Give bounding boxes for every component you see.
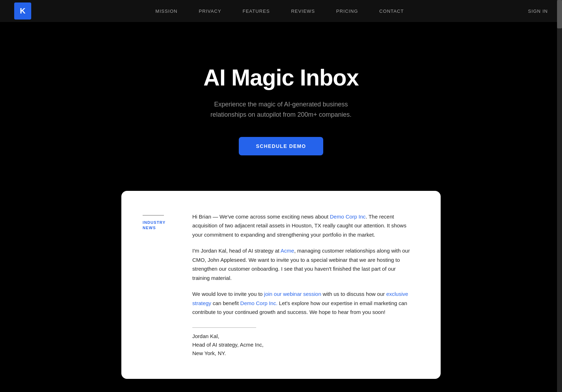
email-card-section: INDUSTRY NEWS Hi Brian — We've come acro… — [0, 191, 562, 392]
nav-pricing[interactable]: PRICING — [336, 9, 358, 14]
join-webinar-link[interactable]: join our webinar session — [264, 291, 321, 297]
signature-block: Jordan Kal, Head of AI strategy, Acme In… — [192, 332, 412, 358]
scrollbar-thumb[interactable] — [557, 0, 562, 28]
signature-location: New York, NY. — [192, 349, 412, 358]
nav-reviews[interactable]: REVIEWS — [291, 9, 315, 14]
demo-corp-link-1[interactable]: Demo Corp Inc — [330, 214, 366, 220]
acme-link[interactable]: Acme — [281, 248, 294, 254]
nav-mission[interactable]: MISSION — [155, 9, 177, 14]
nav-contact[interactable]: CONTACT — [379, 9, 404, 14]
hero-subtitle: Experience the magic of AI-generated bus… — [196, 99, 366, 120]
nav-features[interactable]: FEATURES — [243, 9, 270, 14]
email-tag-label: INDUSTRY NEWS — [143, 220, 178, 231]
email-card: INDUSTRY NEWS Hi Brian — We've come acro… — [121, 191, 441, 379]
demo-corp-link-2[interactable]: Demo Corp Inc. — [240, 300, 277, 306]
email-tag: INDUSTRY NEWS — [143, 212, 178, 358]
email-paragraph-2: I'm Jordan Kal, head of AI strategy at A… — [192, 246, 412, 282]
nav-privacy[interactable]: PRIVACY — [199, 9, 221, 14]
scrollbar-track[interactable] — [557, 0, 562, 392]
email-paragraph-1: Hi Brian — We've come across some exciti… — [192, 212, 412, 239]
signature-name: Jordan Kal, — [192, 332, 412, 341]
hero-title: AI Magic Inbox — [203, 65, 359, 91]
nav-signin[interactable]: SIGN IN — [528, 9, 548, 14]
hero-section: AI Magic Inbox Experience the magic of A… — [0, 22, 562, 191]
logo[interactable]: K — [14, 2, 31, 20]
signature-title: Head of AI strategy, Acme Inc, — [192, 341, 412, 349]
schedule-demo-button[interactable]: SCHEDULE DEMO — [239, 137, 323, 155]
email-paragraph-3: We would love to invite you to join our … — [192, 289, 412, 317]
email-body: Hi Brian — We've come across some exciti… — [192, 212, 412, 358]
nav-links: MISSION PRIVACY FEATURES REVIEWS PRICING… — [45, 9, 514, 14]
signature-divider — [192, 327, 256, 328]
navbar: K MISSION PRIVACY FEATURES REVIEWS PRICI… — [0, 0, 562, 22]
tag-line — [143, 215, 164, 216]
